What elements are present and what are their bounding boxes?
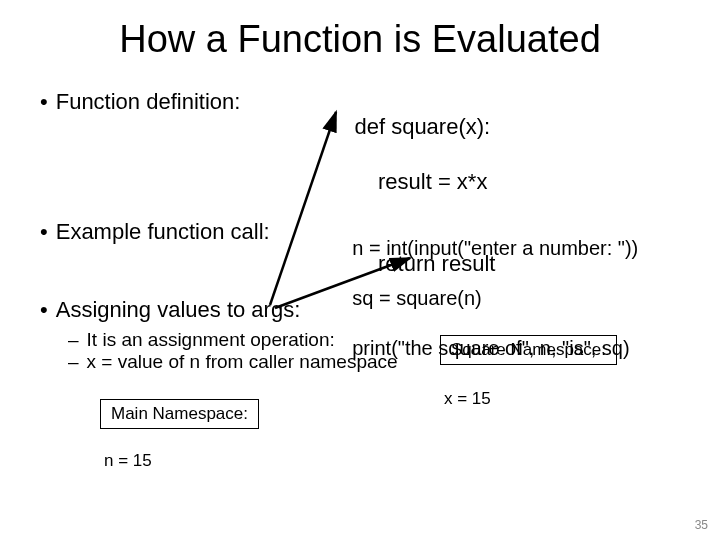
bullet-function-definition: •Function definition: xyxy=(40,89,240,115)
namespace-label: Main Namespace: xyxy=(111,404,248,423)
bullet-text: Assigning values to args: xyxy=(56,297,301,322)
sub-bullet-text: x = value of n from caller namespace xyxy=(87,351,398,372)
square-namespace-box: Square Namespace: xyxy=(440,335,617,365)
sub-bullet-item: –x = value of n from caller namespace xyxy=(40,351,398,373)
sub-bullet-list: –It is an assignment operation: –x = val… xyxy=(40,329,398,373)
code-line: n = int(input("enter a number: ")) xyxy=(352,237,638,259)
namespace-label: Square Namespace: xyxy=(451,340,606,359)
code-line: result = x*x xyxy=(330,168,495,196)
square-namespace-value: x = 15 xyxy=(444,389,491,409)
bullet-example-call: •Example function call: xyxy=(40,219,270,245)
bullet-text: Function definition: xyxy=(56,89,241,114)
main-namespace-box: Main Namespace: xyxy=(100,399,259,429)
page-number: 35 xyxy=(695,518,708,532)
sub-bullet-text: It is an assignment operation: xyxy=(87,329,335,350)
code-line: def square(x): xyxy=(354,114,490,139)
arrow-to-def xyxy=(270,112,336,305)
sub-bullet-item: –It is an assignment operation: xyxy=(40,329,398,351)
bullet-assigning-args: •Assigning values to args: xyxy=(40,297,300,323)
bullet-text: Example function call: xyxy=(56,219,270,244)
main-namespace-value: n = 15 xyxy=(104,451,152,471)
code-line: sq = square(n) xyxy=(352,287,482,309)
slide-title: How a Function is Evaluated xyxy=(0,18,720,61)
